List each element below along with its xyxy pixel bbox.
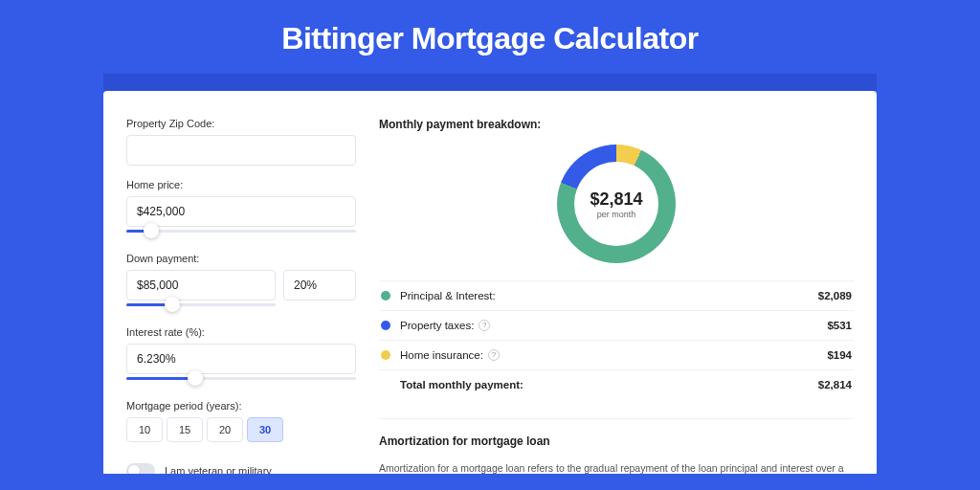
- ribbon-accent: [103, 74, 877, 91]
- donut-center: $2,814 per month: [574, 162, 658, 246]
- veteran-toggle[interactable]: [126, 463, 155, 474]
- interest-rate-label: Interest rate (%):: [126, 326, 356, 338]
- help-icon[interactable]: ?: [488, 349, 500, 361]
- amortization-text: Amortization for a mortgage loan refers …: [379, 461, 854, 474]
- down-payment-amount-input[interactable]: [126, 270, 276, 301]
- calculator-card: Property Zip Code: Home price: Down paym…: [103, 91, 877, 474]
- home-price-slider[interactable]: [126, 226, 356, 239]
- donut-chart-wrap: $2,814 per month: [379, 145, 854, 263]
- total-label: Total monthly payment:: [400, 379, 818, 390]
- breakdown-row-total: Total monthly payment: $2,814: [379, 370, 854, 399]
- zip-label: Property Zip Code:: [126, 118, 356, 129]
- mortgage-period-group: Mortgage period (years): 10 15 20 30: [126, 400, 356, 442]
- amortization-section: Amortization for mortgage loan Amortizat…: [379, 418, 854, 474]
- down-payment-group: Down payment:: [126, 253, 356, 313]
- breakdown-row-principal: Principal & Interest: $2,089: [379, 281, 854, 311]
- breakdown-row-taxes: Property taxes: ? $531: [379, 311, 854, 341]
- period-15-button[interactable]: 15: [167, 417, 203, 442]
- page-title: Bittinger Mortgage Calculator: [0, 21, 980, 56]
- interest-rate-group: Interest rate (%):: [126, 326, 356, 387]
- interest-rate-slider[interactable]: [126, 373, 356, 387]
- hero: Bittinger Mortgage Calculator: [0, 0, 980, 74]
- interest-rate-input[interactable]: [126, 344, 356, 374]
- breakdown-list: Principal & Interest: $2,089 Property ta…: [379, 280, 854, 399]
- breakdown-name: Principal & Interest:: [400, 290, 818, 301]
- donut-center-sub: per month: [597, 210, 636, 219]
- total-value: $2,814: [818, 379, 852, 390]
- donut-chart: $2,814 per month: [557, 145, 676, 263]
- amortization-title: Amortization for mortgage loan: [379, 434, 854, 448]
- input-panel: Property Zip Code: Home price: Down paym…: [126, 118, 356, 474]
- swatch-icon: [381, 350, 390, 360]
- swatch-icon: [381, 291, 390, 301]
- breakdown-value: $531: [827, 320, 852, 331]
- breakdown-panel: Monthly payment breakdown: $2,814 per mo…: [379, 118, 854, 474]
- down-payment-slider[interactable]: [126, 300, 276, 313]
- help-icon[interactable]: ?: [479, 320, 490, 331]
- period-10-button[interactable]: 10: [126, 417, 163, 442]
- period-buttons: 10 15 20 30: [126, 417, 356, 442]
- home-price-input[interactable]: [126, 196, 356, 227]
- period-30-button[interactable]: 30: [247, 417, 283, 442]
- home-price-group: Home price:: [126, 179, 356, 239]
- breakdown-value: $194: [827, 349, 852, 361]
- breakdown-title: Monthly payment breakdown:: [379, 118, 854, 131]
- swatch-icon: [381, 321, 390, 330]
- period-20-button[interactable]: 20: [207, 417, 243, 442]
- veteran-toggle-row: I am veteran or military: [126, 463, 356, 474]
- down-payment-percent-input[interactable]: [283, 270, 356, 301]
- zip-input[interactable]: [126, 135, 356, 166]
- down-payment-label: Down payment:: [126, 253, 356, 264]
- veteran-label: I am veteran or military: [165, 465, 272, 474]
- home-price-label: Home price:: [126, 179, 356, 190]
- donut-center-value: $2,814: [590, 189, 642, 210]
- breakdown-name: Home insurance: ?: [400, 349, 827, 361]
- mortgage-period-label: Mortgage period (years):: [126, 400, 356, 412]
- breakdown-name: Property taxes: ?: [400, 320, 827, 331]
- zip-field-group: Property Zip Code:: [126, 118, 356, 166]
- breakdown-row-insurance: Home insurance: ? $194: [379, 341, 854, 370]
- breakdown-value: $2,089: [818, 290, 852, 301]
